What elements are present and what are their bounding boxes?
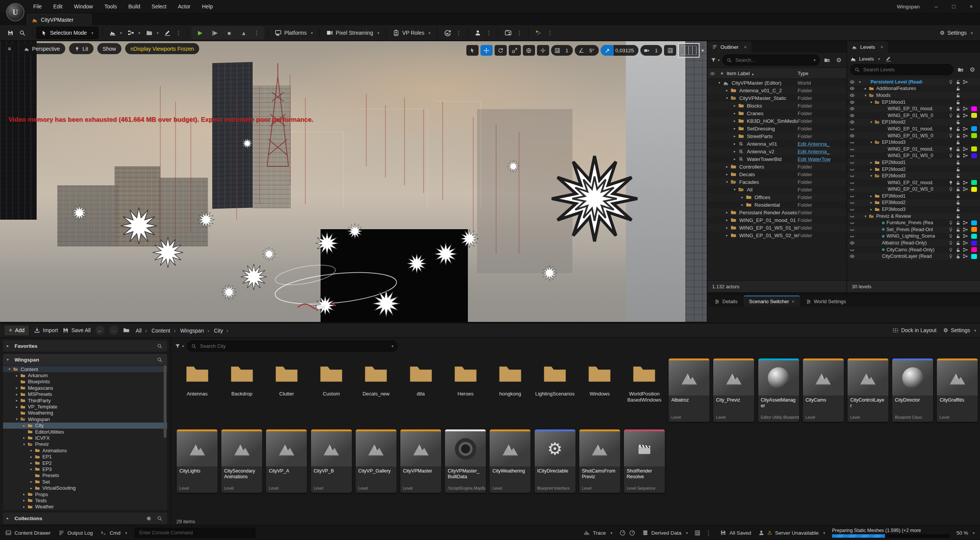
level-color-chip[interactable]: [971, 79, 977, 84]
outliner-search-input[interactable]: [735, 57, 811, 63]
visibility-eye-icon[interactable]: [847, 220, 857, 225]
row-type[interactable]: Folder: [798, 194, 846, 200]
level-color-chip[interactable]: [971, 227, 977, 232]
content-item[interactable]: dtla ⚙: [398, 355, 443, 426]
settings-dropdown[interactable]: ⚙ Settings: [937, 27, 975, 39]
visibility-eye-icon[interactable]: [847, 153, 857, 158]
lighting-scenario-bulb-icon[interactable]: [947, 106, 954, 111]
tree-item[interactable]: Megascans: [3, 385, 167, 391]
level-color-chip[interactable]: [971, 241, 977, 246]
expand-caret-icon[interactable]: [740, 203, 745, 207]
lighting-scenario-bulb-icon[interactable]: [947, 153, 954, 158]
visibility-eye-icon[interactable]: [847, 247, 857, 252]
favorites-section[interactable]: ▸Favorites: [3, 340, 167, 352]
rotation-snap-control[interactable]: ∠ 5°: [575, 45, 599, 56]
lock-icon[interactable]: [954, 233, 962, 239]
expand-caret-icon[interactable]: [724, 88, 730, 92]
content-item[interactable]: ShotRender Resolve ⚙: [622, 426, 667, 497]
expand-caret-icon[interactable]: [732, 142, 737, 146]
tree-item[interactable]: Presets: [3, 472, 167, 479]
perspective-dropdown[interactable]: Perspective: [19, 43, 65, 54]
visibility-eye-icon[interactable]: [847, 93, 857, 98]
background-task-progress[interactable]: Preparing Static Meshes (1.595) (+2 more: [832, 528, 949, 538]
blueprint-icon[interactable]: [962, 186, 969, 192]
expand-caret-icon[interactable]: [863, 214, 868, 218]
menu-item[interactable]: Help: [196, 0, 219, 13]
level-row[interactable]: WING_EP_01_WS_0: [847, 153, 980, 159]
level-color-chip[interactable]: [971, 254, 977, 259]
lighting-scenario-bulb-icon[interactable]: [947, 167, 954, 172]
trace-dropdown[interactable]: Trace: [584, 530, 612, 536]
level-color-chip[interactable]: [971, 133, 977, 138]
tree-item[interactable]: EP3: [3, 466, 167, 472]
tab-outliner[interactable]: Outliner ×: [708, 41, 751, 53]
visibility-eye-icon[interactable]: [847, 193, 857, 199]
level-row[interactable]: EP2Mood3: [847, 172, 980, 179]
expand-caret-icon[interactable]: [14, 386, 19, 390]
expand-caret-icon[interactable]: [732, 111, 737, 115]
tree-item[interactable]: Previz: [3, 441, 167, 447]
level-row[interactable]: WING_EP_01_mood.: [847, 146, 980, 153]
forward-button[interactable]: →: [109, 326, 118, 335]
content-item[interactable]: ShotCamsFrom Previz ⚙: [577, 426, 622, 497]
eject-button[interactable]: ▲: [237, 27, 250, 38]
expand-caret-icon[interactable]: [21, 436, 27, 440]
outliner-row[interactable]: CityVPMaster (Editor) World: [708, 79, 846, 87]
asset-card[interactable]: ⚙ ShotCamsFrom Previz Level: [579, 429, 620, 493]
tree-item[interactable]: Arkanum: [3, 372, 167, 378]
visibility-eye-icon[interactable]: [847, 167, 857, 172]
scale-snap-control[interactable]: ↗ 0,03125: [601, 45, 638, 56]
switchboard-button[interactable]: [441, 27, 454, 39]
content-item[interactable]: CityWeathering ⚙: [488, 426, 532, 497]
blueprint-icon[interactable]: [962, 146, 969, 152]
lock-icon[interactable]: [954, 186, 962, 192]
expand-caret-icon[interactable]: [732, 188, 737, 191]
content-item[interactable]: Albatroz ⚙: [667, 355, 711, 426]
lighting-scenario-bulb-icon[interactable]: [947, 193, 954, 199]
tree-item[interactable]: C++ Classes: [3, 510, 167, 510]
outliner-row[interactable]: Antenna_v01_C_2 Folder: [708, 87, 846, 94]
dock-tab[interactable]: Scenario Switcher ×: [744, 296, 800, 307]
pin-column-icon[interactable]: ★: [717, 71, 727, 76]
content-item[interactable]: CityLights ⚙: [175, 426, 219, 497]
lock-icon[interactable]: [954, 160, 962, 165]
level-color-chip[interactable]: [971, 93, 977, 98]
insights-meter-button[interactable]: [619, 530, 635, 536]
asset-card[interactable]: ⚙ CityGraffitis Level: [937, 358, 978, 422]
browse-content-button[interactable]: [16, 27, 28, 39]
close-tab-icon[interactable]: ×: [792, 299, 795, 304]
level-color-chip[interactable]: [971, 120, 977, 125]
level-row[interactable]: CityControlLayer (Read: [847, 253, 980, 260]
lock-icon[interactable]: [954, 227, 962, 232]
asset-card[interactable]: ⚙ CityVP_A Level: [266, 429, 307, 493]
expand-caret-icon[interactable]: [869, 120, 874, 124]
blueprint-icon[interactable]: [962, 240, 969, 246]
scale-tool[interactable]: [509, 45, 521, 56]
lock-icon[interactable]: [954, 126, 962, 132]
status-overflow-icon[interactable]: ⋮: [703, 529, 713, 537]
level-color-chip[interactable]: [971, 200, 977, 205]
tree-item[interactable]: Set: [3, 479, 167, 485]
new-folder-icon[interactable]: [822, 56, 832, 65]
blueprint-icon[interactable]: [962, 126, 969, 132]
level-row[interactable]: EP2Mood2: [847, 166, 980, 173]
row-type[interactable]: World: [798, 80, 846, 86]
lighting-scenario-bulb-icon[interactable]: [947, 173, 954, 178]
search-options-chevron-icon[interactable]: ▾: [814, 58, 816, 62]
expand-caret-icon[interactable]: [21, 424, 27, 428]
visibility-eye-icon[interactable]: [847, 186, 857, 192]
expand-caret-icon[interactable]: [29, 455, 34, 459]
expand-caret-icon[interactable]: [869, 100, 874, 104]
content-drawer-button[interactable]: Content Drawer: [5, 530, 51, 536]
toolbar-overflow-icon[interactable]: ⋮: [174, 29, 184, 37]
menu-item[interactable]: File: [27, 0, 48, 13]
type-column[interactable]: Type: [798, 71, 846, 76]
visibility-eye-icon[interactable]: [847, 233, 857, 239]
level-color-chip[interactable]: [971, 100, 977, 104]
outliner-row[interactable]: SetDressing Folder: [708, 125, 846, 132]
close-tab-icon[interactable]: ×: [744, 44, 747, 50]
content-item[interactable]: Decals_new ⚙: [354, 355, 398, 426]
lock-icon[interactable]: [954, 173, 962, 178]
asset-card[interactable]: ⚙ CityVPMaster_ BuiltData /Script/Engine…: [445, 429, 486, 493]
tree-item[interactable]: City: [3, 423, 167, 429]
